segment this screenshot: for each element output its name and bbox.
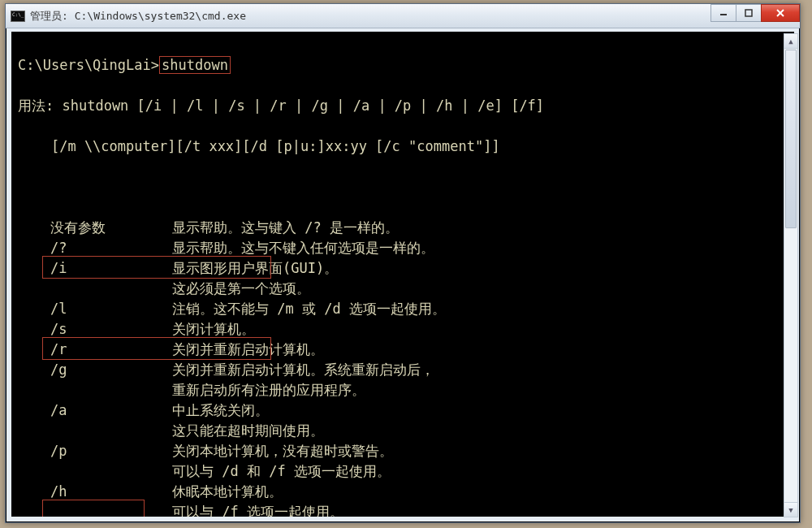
indent (18, 279, 50, 299)
option-row: /?显示帮助。这与不键入任何选项是一样的。 (18, 238, 788, 258)
option-row: /r关闭并重新启动计算机。 (18, 340, 788, 360)
titlebar[interactable]: 管理员: C:\Windows\system32\cmd.exe (6, 4, 800, 28)
option-flag: /? (50, 238, 172, 258)
option-flag: 没有参数 (50, 218, 172, 238)
usage-syntax-1: : shutdown [/i | /l | /s | /r | /g | /a … (45, 97, 544, 114)
indent (18, 319, 50, 340)
option-flag: /i (50, 258, 172, 279)
usage-line-1: 用法: shutdown [/i | /l | /s | /r | /g | /… (18, 96, 788, 116)
option-flag: /p (50, 441, 172, 461)
option-row: 可以与 /d 和 /f 选项一起使用。 (18, 461, 788, 482)
option-row: /s关闭计算机。 (18, 319, 788, 340)
cmd-window: 管理员: C:\Windows\system32\cmd.exe C:\User… (5, 3, 801, 523)
usage-label: 用法 (18, 97, 45, 114)
option-desc: 关闭本地计算机，没有超时或警告。 (172, 443, 393, 459)
cmd-icon (11, 11, 25, 22)
maximize-button[interactable] (736, 4, 762, 22)
scroll-thumb[interactable] (785, 50, 797, 228)
option-desc: 可以与 /f 选项一起使用。 (172, 504, 343, 520)
indent (18, 360, 50, 380)
prompt-path: C:\Users\QingLai> (18, 57, 159, 73)
usage-line-2: [/m \\computer][/t xxx][/d [p|u:]xx:yy [… (18, 136, 788, 157)
indent (18, 400, 50, 421)
options-block: 没有参数显示帮助。这与键入 /? 是一样的。 /?显示帮助。这与不键入任何选项是… (18, 218, 788, 522)
indent (18, 502, 50, 522)
option-row: 重新启动所有注册的应用程序。 (18, 380, 788, 400)
option-desc: 显示帮助。这与不键入任何选项是一样的。 (172, 240, 434, 256)
option-row: /p关闭本地计算机，没有超时或警告。 (18, 441, 788, 461)
option-row: /i显示图形用户界面(GUI)。 (18, 258, 788, 279)
option-row: /a中止系统关闭。 (18, 400, 788, 421)
scroll-down-button[interactable]: ▼ (784, 502, 797, 517)
maximize-icon (745, 9, 753, 17)
option-row: /h休眠本地计算机。 (18, 482, 788, 502)
option-desc: 可以与 /d 和 /f 选项一起使用。 (172, 463, 391, 479)
minimize-button[interactable] (710, 4, 736, 22)
terminal-output: C:\Users\QingLai>shutdown 用法: shutdown [… (18, 35, 788, 522)
option-row: 可以与 /f 选项一起使用。 (18, 502, 788, 522)
indent (18, 441, 50, 461)
option-desc: 显示图形用户界面(GUI)。 (172, 260, 338, 276)
option-flag: /a (50, 400, 172, 421)
option-row: /g关闭并重新启动计算机。系统重新启动后， (18, 360, 788, 380)
option-row: 没有参数显示帮助。这与键入 /? 是一样的。 (18, 218, 788, 238)
option-desc: 注销。这不能与 /m 或 /d 选项一起使用。 (172, 301, 446, 317)
indent (18, 299, 50, 319)
option-desc: 这只能在超时期间使用。 (172, 422, 324, 439)
option-flag: /r (50, 340, 172, 360)
option-row: 这必须是第一个选项。 (18, 279, 788, 299)
option-row: 这只能在超时期间使用。 (18, 421, 788, 441)
indent (18, 340, 50, 360)
svg-rect-1 (745, 10, 752, 16)
indent (18, 482, 50, 502)
scroll-up-button[interactable]: ▲ (784, 34, 797, 49)
indent (18, 238, 50, 258)
option-desc: 关闭并重新启动计算机。 (172, 341, 324, 357)
option-flag: /h (50, 482, 172, 502)
minimize-icon (719, 9, 728, 17)
option-desc: 休眠本地计算机。 (172, 483, 283, 500)
option-desc: 重新启动所有注册的应用程序。 (172, 382, 365, 398)
close-icon (775, 8, 785, 18)
option-flag: /s (50, 319, 172, 340)
terminal-area[interactable]: C:\Users\QingLai>shutdown 用法: shutdown [… (6, 28, 799, 522)
typed-command: shutdown (159, 56, 231, 74)
option-flag: /g (50, 360, 172, 380)
option-desc: 这必须是第一个选项。 (172, 280, 310, 296)
prompt-line: C:\Users\QingLai>shutdown (18, 55, 788, 76)
indent (18, 380, 50, 400)
close-button[interactable] (761, 4, 800, 22)
indent (18, 258, 50, 279)
window-title: 管理员: C:\Windows\system32\cmd.exe (30, 9, 246, 24)
vertical-scrollbar[interactable]: ▲ ▼ (784, 33, 798, 517)
option-desc: 显示帮助。这与键入 /? 是一样的。 (172, 219, 399, 236)
option-desc: 关闭并重新启动计算机。系统重新启动后， (172, 361, 434, 378)
option-row: /l注销。这不能与 /m 或 /d 选项一起使用。 (18, 299, 788, 319)
blank-line (18, 177, 788, 197)
indent (18, 421, 50, 441)
option-flag: /l (50, 299, 172, 319)
indent (18, 461, 50, 482)
option-desc: 中止系统关闭。 (172, 402, 269, 418)
option-desc: 关闭计算机。 (172, 321, 255, 337)
indent (18, 218, 50, 238)
window-controls (711, 4, 800, 22)
